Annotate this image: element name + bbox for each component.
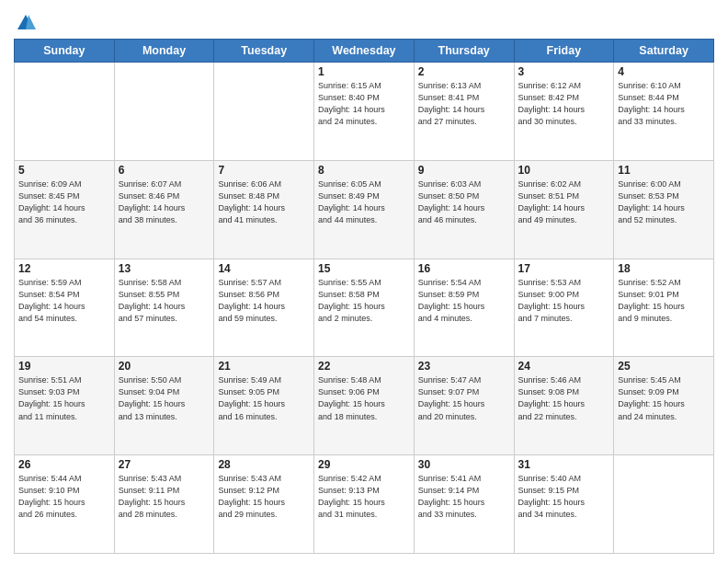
calendar-cell: 15Sunrise: 5:55 AM Sunset: 8:58 PM Dayli… [314,259,415,357]
day-number: 8 [318,164,410,177]
day-info: Sunrise: 6:12 AM Sunset: 8:42 PM Dayligh… [518,80,610,128]
calendar-cell: 14Sunrise: 5:57 AM Sunset: 8:56 PM Dayli… [214,259,314,357]
day-info: Sunrise: 6:07 AM Sunset: 8:46 PM Dayligh… [119,178,210,226]
week-row-2: 5Sunrise: 6:09 AM Sunset: 8:45 PM Daylig… [15,160,714,259]
day-number: 19 [18,360,110,373]
day-number: 18 [618,262,710,275]
week-row-3: 12Sunrise: 5:59 AM Sunset: 8:54 PM Dayli… [15,259,714,357]
calendar-cell: 26Sunrise: 5:44 AM Sunset: 9:10 PM Dayli… [15,455,115,554]
calendar-table: SundayMondayTuesdayWednesdayThursdayFrid… [14,39,714,554]
calendar-cell: 1Sunrise: 6:15 AM Sunset: 8:40 PM Daylig… [314,63,415,161]
day-number: 25 [618,360,710,373]
week-row-5: 26Sunrise: 5:44 AM Sunset: 9:10 PM Dayli… [15,455,714,554]
weekday-header-saturday: Saturday [614,40,714,63]
day-info: Sunrise: 5:48 AM Sunset: 9:06 PM Dayligh… [318,374,410,422]
day-info: Sunrise: 6:02 AM Sunset: 8:51 PM Dayligh… [518,178,610,226]
day-info: Sunrise: 5:59 AM Sunset: 8:54 PM Dayligh… [18,277,110,325]
calendar-cell: 24Sunrise: 5:46 AM Sunset: 9:08 PM Dayli… [514,357,614,455]
day-number: 14 [218,262,310,275]
calendar-cell [15,63,115,161]
day-number: 30 [418,458,510,471]
day-number: 1 [318,65,410,78]
weekday-header-tuesday: Tuesday [214,40,314,63]
calendar-cell: 22Sunrise: 5:48 AM Sunset: 9:06 PM Dayli… [314,357,415,455]
day-info: Sunrise: 6:05 AM Sunset: 8:49 PM Dayligh… [318,178,410,226]
calendar-cell: 27Sunrise: 5:43 AM Sunset: 9:11 PM Dayli… [114,455,214,554]
weekday-header-wednesday: Wednesday [314,40,415,63]
day-number: 5 [18,164,110,177]
calendar-cell: 9Sunrise: 6:03 AM Sunset: 8:50 PM Daylig… [414,160,514,259]
calendar-cell: 29Sunrise: 5:42 AM Sunset: 9:13 PM Dayli… [314,455,415,554]
calendar-cell: 18Sunrise: 5:52 AM Sunset: 9:01 PM Dayli… [614,259,714,357]
day-info: Sunrise: 6:13 AM Sunset: 8:41 PM Dayligh… [418,80,510,128]
day-info: Sunrise: 6:06 AM Sunset: 8:48 PM Dayligh… [218,178,310,226]
calendar-cell: 25Sunrise: 5:45 AM Sunset: 9:09 PM Dayli… [614,357,714,455]
calendar-cell: 31Sunrise: 5:40 AM Sunset: 9:15 PM Dayli… [514,455,614,554]
day-info: Sunrise: 5:55 AM Sunset: 8:58 PM Dayligh… [318,277,410,325]
calendar-cell: 19Sunrise: 5:51 AM Sunset: 9:03 PM Dayli… [15,357,115,455]
weekday-header-thursday: Thursday [414,40,514,63]
calendar-cell: 7Sunrise: 6:06 AM Sunset: 8:48 PM Daylig… [214,160,314,259]
day-number: 26 [18,458,110,471]
day-number: 22 [318,360,410,373]
day-number: 11 [618,164,710,177]
logo [14,13,36,33]
day-info: Sunrise: 6:03 AM Sunset: 8:50 PM Dayligh… [418,178,510,226]
day-number: 23 [418,360,510,373]
day-info: Sunrise: 5:44 AM Sunset: 9:10 PM Dayligh… [18,473,110,521]
svg-marker-1 [26,15,36,29]
day-number: 10 [518,164,610,177]
week-row-4: 19Sunrise: 5:51 AM Sunset: 9:03 PM Dayli… [15,357,714,455]
calendar-cell: 30Sunrise: 5:41 AM Sunset: 9:14 PM Dayli… [414,455,514,554]
day-number: 31 [518,458,610,471]
day-info: Sunrise: 5:45 AM Sunset: 9:09 PM Dayligh… [618,374,710,422]
weekday-header-sunday: Sunday [15,40,115,63]
day-number: 9 [418,164,510,177]
day-number: 2 [418,65,510,78]
day-number: 6 [119,164,210,177]
day-info: Sunrise: 5:40 AM Sunset: 9:15 PM Dayligh… [518,473,610,521]
calendar-cell: 21Sunrise: 5:49 AM Sunset: 9:05 PM Dayli… [214,357,314,455]
calendar-cell: 16Sunrise: 5:54 AM Sunset: 8:59 PM Dayli… [414,259,514,357]
day-info: Sunrise: 5:57 AM Sunset: 8:56 PM Dayligh… [218,277,310,325]
day-info: Sunrise: 5:49 AM Sunset: 9:05 PM Dayligh… [218,374,310,422]
logo-icon [16,13,36,33]
calendar-cell: 28Sunrise: 5:43 AM Sunset: 9:12 PM Dayli… [214,455,314,554]
day-info: Sunrise: 6:00 AM Sunset: 8:53 PM Dayligh… [618,178,710,226]
day-info: Sunrise: 6:10 AM Sunset: 8:44 PM Dayligh… [618,80,710,128]
calendar-cell: 12Sunrise: 5:59 AM Sunset: 8:54 PM Dayli… [15,259,115,357]
day-number: 4 [618,65,710,78]
calendar-cell: 13Sunrise: 5:58 AM Sunset: 8:55 PM Dayli… [114,259,214,357]
day-info: Sunrise: 5:58 AM Sunset: 8:55 PM Dayligh… [119,277,210,325]
day-number: 21 [218,360,310,373]
calendar-cell: 6Sunrise: 6:07 AM Sunset: 8:46 PM Daylig… [114,160,214,259]
day-info: Sunrise: 5:53 AM Sunset: 9:00 PM Dayligh… [518,277,610,325]
page: SundayMondayTuesdayWednesdayThursdayFrid… [0,0,728,563]
calendar-cell: 10Sunrise: 6:02 AM Sunset: 8:51 PM Dayli… [514,160,614,259]
day-info: Sunrise: 5:54 AM Sunset: 8:59 PM Dayligh… [418,277,510,325]
day-info: Sunrise: 5:43 AM Sunset: 9:12 PM Dayligh… [218,473,310,521]
calendar-cell: 3Sunrise: 6:12 AM Sunset: 8:42 PM Daylig… [514,63,614,161]
day-number: 28 [218,458,310,471]
day-info: Sunrise: 5:50 AM Sunset: 9:04 PM Dayligh… [119,374,210,422]
day-number: 17 [518,262,610,275]
day-number: 7 [218,164,310,177]
day-info: Sunrise: 6:09 AM Sunset: 8:45 PM Dayligh… [18,178,110,226]
day-number: 20 [119,360,210,373]
day-number: 27 [119,458,210,471]
calendar-cell [214,63,314,161]
day-number: 29 [318,458,410,471]
day-number: 12 [18,262,110,275]
calendar-cell: 11Sunrise: 6:00 AM Sunset: 8:53 PM Dayli… [614,160,714,259]
day-number: 16 [418,262,510,275]
calendar-cell: 17Sunrise: 5:53 AM Sunset: 9:00 PM Dayli… [514,259,614,357]
day-info: Sunrise: 5:47 AM Sunset: 9:07 PM Dayligh… [418,374,510,422]
day-info: Sunrise: 5:43 AM Sunset: 9:11 PM Dayligh… [119,473,210,521]
calendar-cell: 23Sunrise: 5:47 AM Sunset: 9:07 PM Dayli… [414,357,514,455]
calendar-cell [114,63,214,161]
header [14,9,714,33]
day-number: 13 [119,262,210,275]
day-number: 24 [518,360,610,373]
calendar-cell: 4Sunrise: 6:10 AM Sunset: 8:44 PM Daylig… [614,63,714,161]
weekday-header-monday: Monday [114,40,214,63]
